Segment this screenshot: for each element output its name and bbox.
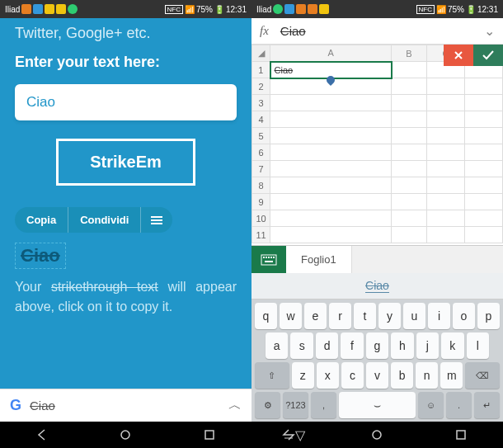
cell[interactable] [392,128,427,144]
key-k[interactable]: k [441,332,463,359]
cell[interactable] [270,95,392,111]
cell-a1[interactable]: Ciao [270,62,392,78]
col-header[interactable]: A [270,45,392,62]
key-x[interactable]: x [317,362,339,389]
backspace-key[interactable]: ⌫ [465,362,500,389]
chevron-up-icon[interactable]: ︿ [228,397,242,414]
cell[interactable] [464,95,502,111]
key-r[interactable]: r [329,303,351,329]
key-m[interactable]: m [440,362,463,389]
key-b[interactable]: b [391,362,413,389]
back-button[interactable]: ▽ [281,427,306,443]
menu-button[interactable] [141,207,172,233]
row-header[interactable]: 10 [252,210,270,227]
keyboard-toggle-button[interactable] [252,246,286,273]
confirm-button[interactable] [473,45,503,66]
cell[interactable] [392,62,427,78]
cell[interactable] [426,128,464,144]
copy-button[interactable]: Copia [15,207,68,233]
row-header[interactable]: 9 [252,194,270,210]
key-w[interactable]: w [280,303,302,329]
recent-button[interactable] [449,427,473,443]
key-g[interactable]: g [366,332,388,359]
cell[interactable] [426,95,464,111]
row-header[interactable]: 11 [252,227,270,243]
key-j[interactable]: j [416,332,439,359]
enter-key[interactable]: ↵ [474,392,500,418]
row-header[interactable]: 7 [252,161,270,177]
cell[interactable] [426,194,464,210]
cell[interactable] [464,210,502,227]
row-header[interactable]: 1 [252,62,270,78]
cell[interactable] [426,78,464,95]
cell[interactable] [392,144,427,161]
key-t[interactable]: t [354,303,376,329]
key-q[interactable]: q [255,303,277,329]
cell[interactable] [426,161,464,177]
cell[interactable] [392,111,427,128]
cell[interactable] [392,177,427,194]
cell[interactable] [270,194,392,210]
result-text[interactable]: Ciao [15,243,66,269]
key-l[interactable]: l [467,332,489,359]
key-y[interactable]: y [378,303,401,329]
key-d[interactable]: d [316,332,338,359]
recent-button[interactable] [197,427,222,443]
key-p[interactable]: p [477,303,500,329]
cell[interactable] [464,194,502,210]
cell[interactable] [270,144,392,161]
cell[interactable] [270,227,392,243]
cell[interactable] [270,177,392,194]
key-o[interactable]: o [453,303,475,329]
space-key[interactable]: ⌣ [339,392,416,418]
row-header[interactable]: 6 [252,144,270,161]
comma-key[interactable]: , [311,392,336,418]
key-n[interactable]: n [416,362,438,389]
cell[interactable] [464,177,502,194]
cell[interactable] [464,161,502,177]
col-header[interactable]: B [392,45,427,62]
text-input[interactable] [15,84,237,120]
formula-bar[interactable]: fx Ciao ⌄ [252,18,503,45]
cell[interactable] [464,144,502,161]
grid[interactable]: ◢ A B C D 1Ciao 2 3 4 5 6 7 8 9 10 11 [252,45,503,243]
row-header[interactable]: 3 [252,95,270,111]
cancel-button[interactable] [444,45,473,66]
cell[interactable] [392,161,427,177]
cell[interactable] [270,111,392,128]
cell[interactable] [426,227,464,243]
home-button[interactable] [113,427,138,443]
share-button[interactable]: Condividi [68,207,141,233]
key-v[interactable]: v [366,362,388,389]
symbols-key[interactable]: ?123 [283,392,308,418]
select-all-corner[interactable]: ◢ [252,45,270,62]
cell[interactable] [426,210,464,227]
shift-key[interactable]: ⇧ [255,362,289,389]
cell[interactable] [464,128,502,144]
key-a[interactable]: a [266,332,288,359]
cell[interactable] [270,128,392,144]
google-search-bar[interactable]: G Ciao ︿ [0,389,252,422]
key-f[interactable]: f [341,332,363,359]
cell[interactable] [392,210,427,227]
period-key[interactable]: . [446,392,472,418]
row-header[interactable]: 5 [252,128,270,144]
key-e[interactable]: e [304,303,327,329]
key-u[interactable]: u [403,303,425,329]
row-header[interactable]: 4 [252,111,270,128]
cell[interactable] [392,95,427,111]
chevron-down-icon[interactable]: ⌄ [484,23,495,39]
row-header[interactable]: 2 [252,78,270,95]
cell[interactable] [426,177,464,194]
emoji-key[interactable]: ☺ [418,392,444,418]
key-c[interactable]: c [341,362,364,389]
suggestion-text[interactable]: Ciao [365,279,389,293]
settings-key[interactable]: ⚙ [255,392,280,418]
cell[interactable] [464,78,502,95]
cell[interactable] [270,161,392,177]
key-i[interactable]: i [428,303,450,329]
row-header[interactable]: 8 [252,177,270,194]
strikeem-button[interactable]: StrikeEm [56,139,195,186]
key-s[interactable]: s [290,332,313,359]
cell[interactable] [392,78,427,95]
